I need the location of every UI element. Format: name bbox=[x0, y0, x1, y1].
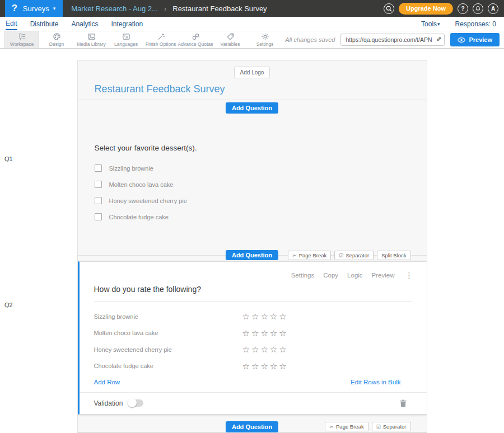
question-code-q1: Q1 bbox=[4, 156, 13, 162]
add-question-button[interactable]: Add Question bbox=[226, 421, 278, 432]
star-icon[interactable] bbox=[279, 362, 286, 370]
add-question-button[interactable]: Add Question bbox=[226, 102, 278, 114]
page-break-label: Page Break bbox=[336, 423, 364, 430]
scissors-icon bbox=[292, 253, 297, 258]
q1-option-row[interactable]: Honey sweetened cherry pie bbox=[95, 197, 410, 204]
question-settings-link[interactable]: Settings bbox=[291, 272, 315, 279]
rating-row-label[interactable]: Honey sweetened cherry pie bbox=[94, 346, 242, 353]
tab-distribute[interactable]: Distribute bbox=[30, 18, 59, 30]
star-icon[interactable] bbox=[242, 345, 250, 354]
toolbar-item-label: Workspace bbox=[10, 41, 34, 47]
question-2-text[interactable]: How do you rate the following? bbox=[94, 285, 412, 302]
separator-button[interactable]: Separator bbox=[334, 251, 374, 260]
workspace-icon bbox=[18, 32, 26, 41]
responses-count[interactable]: Responses: 0 bbox=[455, 20, 496, 28]
star-icon[interactable] bbox=[260, 345, 268, 354]
toolbar-item-label: Finish Options bbox=[146, 41, 176, 47]
toolbar-item-label: Design bbox=[49, 41, 64, 47]
save-status: All changes saved bbox=[285, 36, 335, 43]
toolbar-item-settings[interactable]: Settings bbox=[248, 31, 282, 48]
help-button[interactable]: ? bbox=[458, 3, 468, 14]
star-icon[interactable] bbox=[242, 362, 250, 370]
preview-button[interactable]: Preview bbox=[450, 33, 500, 46]
search-icon bbox=[386, 6, 392, 12]
page-break-label: Page Break bbox=[299, 252, 327, 258]
toolbar-item-variables[interactable]: Variables bbox=[213, 31, 248, 48]
block-action-buttons: Page Break Separator Split Block bbox=[288, 251, 410, 260]
question-2-card-selected[interactable]: Settings Copy Logic Preview How do you r… bbox=[78, 261, 427, 415]
notifications-button[interactable] bbox=[473, 3, 483, 14]
search-button[interactable] bbox=[384, 3, 394, 14]
checkbox[interactable] bbox=[95, 197, 102, 204]
delete-question-button[interactable] bbox=[400, 399, 407, 407]
rating-row-label[interactable]: Sizzling brownie bbox=[94, 313, 242, 320]
rating-row: Sizzling brownie bbox=[94, 308, 412, 325]
question-copy-link[interactable]: Copy bbox=[323, 272, 338, 279]
q1-option-row[interactable]: Sizzling brownie bbox=[95, 164, 410, 172]
q1-option-row[interactable]: Chocolate fudge cake bbox=[95, 213, 410, 220]
toolbar-item-advance-quotas[interactable]: Advance Quotas bbox=[178, 31, 213, 48]
chevron-down-icon bbox=[437, 21, 440, 27]
image-icon bbox=[87, 32, 96, 41]
breadcrumb-folder[interactable]: Market Research - Aug 2... bbox=[71, 4, 158, 13]
star-icon[interactable] bbox=[279, 312, 286, 321]
rating-row-label[interactable]: Chocolate fudge cake bbox=[94, 363, 242, 369]
question-logic-link[interactable]: Logic bbox=[347, 272, 363, 279]
survey-title[interactable]: Restaurant Feedback Survey bbox=[95, 83, 427, 95]
star-icon[interactable] bbox=[270, 329, 277, 337]
checkbox[interactable] bbox=[95, 213, 102, 220]
edit-rows-in-bulk-link[interactable]: Edit Rows in Bulk bbox=[351, 379, 400, 385]
star-icon[interactable] bbox=[270, 345, 277, 354]
share-url-input[interactable] bbox=[340, 34, 445, 46]
page-break-button[interactable]: Page Break bbox=[325, 422, 368, 431]
module-nav: Edit Distribute Analytics Integration To… bbox=[0, 17, 504, 31]
star-icon[interactable] bbox=[251, 312, 259, 321]
split-block-label: Split Block bbox=[381, 252, 406, 258]
translate-icon: A x bbox=[122, 32, 130, 41]
star-icon[interactable] bbox=[279, 345, 286, 354]
toolbar-item-finish-options[interactable]: Finish Options bbox=[143, 31, 178, 48]
toolbar-item-workspace[interactable]: Workspace bbox=[4, 31, 39, 48]
avatar[interactable]: A bbox=[488, 3, 498, 14]
surveys-menu[interactable]: ? Surveys bbox=[5, 0, 63, 17]
checkbox[interactable] bbox=[95, 164, 102, 172]
tools-menu[interactable]: Tools bbox=[421, 20, 440, 28]
page-break-button[interactable]: Page Break bbox=[288, 251, 331, 260]
star-icon[interactable] bbox=[270, 312, 277, 321]
star-icon[interactable] bbox=[260, 329, 268, 337]
tab-integration[interactable]: Integration bbox=[111, 18, 143, 30]
rating-row-label[interactable]: Molten choco lava cake bbox=[94, 330, 242, 336]
star-rating bbox=[242, 312, 287, 321]
question-preview-link[interactable]: Preview bbox=[372, 272, 395, 279]
star-icon[interactable] bbox=[242, 329, 250, 337]
toolbar-item-design[interactable]: Design bbox=[39, 31, 74, 48]
kebab-menu-icon[interactable] bbox=[405, 271, 413, 280]
star-icon[interactable] bbox=[242, 312, 250, 321]
palette-icon bbox=[53, 32, 61, 41]
validation-toggle[interactable] bbox=[128, 399, 143, 407]
split-block-button[interactable]: Split Block bbox=[377, 251, 410, 260]
q1-option-row[interactable]: Molten choco lava cake bbox=[95, 181, 410, 188]
add-row-link[interactable]: Add Row bbox=[94, 379, 120, 385]
add-question-button[interactable]: Add Question bbox=[226, 250, 278, 260]
star-icon[interactable] bbox=[251, 345, 259, 354]
tag-icon bbox=[226, 32, 235, 41]
toolbar-item-media-library[interactable]: Media Library bbox=[74, 31, 109, 48]
tab-analytics[interactable]: Analytics bbox=[71, 18, 98, 30]
edit-url-pencil-icon[interactable] bbox=[436, 36, 441, 43]
toolbar-item-languages[interactable]: A x Languages bbox=[109, 31, 143, 48]
star-icon[interactable] bbox=[260, 312, 268, 321]
star-icon[interactable] bbox=[251, 329, 259, 337]
question-1-text[interactable]: Select your favorite dessert(s). bbox=[95, 144, 410, 152]
star-icon[interactable] bbox=[260, 362, 268, 370]
star-icon[interactable] bbox=[279, 329, 286, 337]
upgrade-now-button[interactable]: Upgrade Now bbox=[399, 3, 453, 15]
separator-button[interactable]: Separator bbox=[372, 422, 411, 431]
star-icon[interactable] bbox=[251, 362, 259, 370]
question-1-block[interactable]: Select your favorite dessert(s). Sizzlin… bbox=[78, 116, 427, 250]
star-icon[interactable] bbox=[270, 362, 277, 370]
checkbox[interactable] bbox=[95, 181, 102, 188]
breadcrumb-separator-icon bbox=[164, 4, 166, 13]
add-logo-button[interactable]: Add Logo bbox=[234, 67, 270, 78]
tab-edit[interactable]: Edit bbox=[6, 17, 17, 30]
